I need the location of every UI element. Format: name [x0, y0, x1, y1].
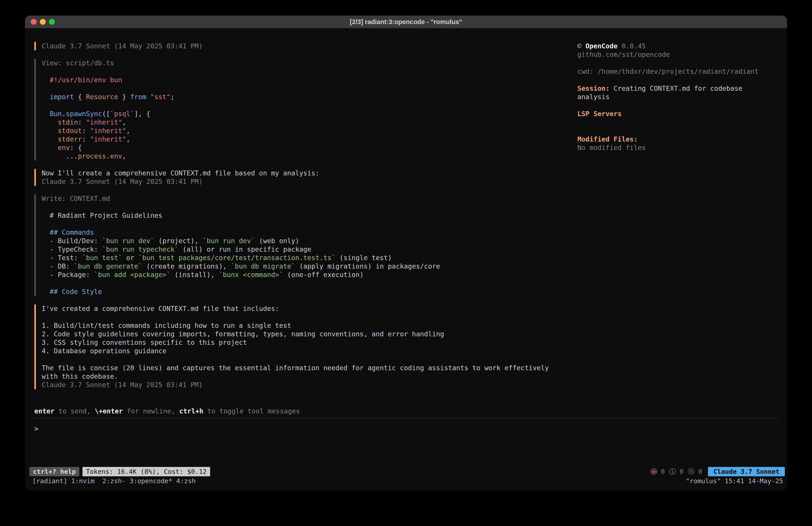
terminal-line: #!/usr/bin/env bun — [42, 76, 585, 84]
terminal-line: ## Commands — [42, 228, 585, 237]
desktop: [2/3] radiant:3:opencode - "romulus" Cla… — [0, 0, 812, 526]
terminal-line: github.com/sst/opencode — [577, 51, 785, 59]
diagnostics: ⓦ 0ⓘ 0ⓗ 0 — [650, 467, 702, 476]
terminal-line: # Radiant Project Guidelines — [42, 211, 585, 220]
tmux-session-windows[interactable]: [radiant] 1:nvim 2:zsh- 3:opencode* 4:zs… — [32, 477, 195, 485]
warning-count-icon: ⓦ — [650, 468, 657, 475]
terminal-line: - Package: `bun add <package>` (install)… — [42, 271, 585, 279]
terminal-line — [42, 203, 585, 211]
terminal-line: ...process.env, — [42, 152, 585, 160]
terminal-line: stdout: "inherit", — [42, 127, 585, 135]
terminal-line: Claude 3.7 Sonnet (14 May 2025 03:41 PM) — [42, 177, 585, 186]
terminal-line: stderr: "inherit", — [42, 135, 585, 144]
terminal-line — [42, 279, 585, 287]
hint-count-icon: ⓗ — [688, 468, 694, 475]
prompt-input[interactable]: > — [34, 418, 779, 465]
terminal-line — [577, 118, 785, 127]
hint-count: ⓗ 0 — [688, 467, 702, 476]
tmux-host-time: "romulus" 15:41 14-May-25 — [686, 477, 783, 485]
sidebar-lines: © OpenCode 0.0.45github.com/sst/opencode… — [577, 42, 785, 152]
info-count-icon: ⓘ — [669, 468, 676, 475]
conversation: Claude 3.7 Sonnet (14 May 2025 03:41 PM)… — [34, 42, 585, 398]
terminal-line: Claude 3.7 Sonnet (14 May 2025 03:41 PM) — [42, 42, 585, 51]
status-right: ⓦ 0ⓘ 0ⓗ 0 Claude 3.7 Sonnet — [650, 467, 785, 476]
terminal-line: No modified files — [577, 144, 785, 152]
terminal-line: Bun.spawnSync([`psql`], { — [42, 110, 585, 118]
model-badge[interactable]: Claude 3.7 Sonnet — [708, 467, 785, 476]
terminal-line: cwd: /home/thdxr/dev/projects/radiant/ra… — [577, 67, 785, 76]
minimize-button[interactable] — [40, 19, 46, 25]
terminal-line — [42, 84, 585, 93]
terminal-window: [2/3] radiant:3:opencode - "romulus" Cla… — [25, 16, 787, 491]
input-area: enter to send, \+enter for newline, ctrl… — [34, 407, 779, 465]
terminal-line: 4. Database operations guidance — [42, 347, 585, 355]
terminal-line: - Test: `bun test` or `bun test packages… — [42, 254, 585, 262]
warning-count: ⓦ 0 — [650, 467, 665, 476]
terminal-line: Write: CONTEXT.md — [42, 194, 585, 203]
terminal-line — [42, 313, 585, 322]
terminal-line: LSP Servers — [577, 110, 785, 118]
terminal-line: The file is concise (20 lines) and captu… — [42, 364, 585, 372]
terminal-line: View: script/db.ts — [42, 59, 585, 67]
terminal-line: 1. Build/lint/test commands including ho… — [42, 322, 585, 330]
terminal-line — [42, 220, 585, 228]
terminal-line: import { Resource } from "sst"; — [42, 93, 585, 101]
terminal-line — [577, 127, 785, 135]
traffic-lights — [31, 19, 55, 25]
terminal-line — [42, 67, 585, 76]
terminal-line — [577, 76, 785, 84]
terminal-line: 2. Code style guidelines covering import… — [42, 330, 585, 338]
terminal-line: - TypeCheck: `bun run typecheck` (all) o… — [42, 245, 585, 254]
zoom-button[interactable] — [49, 19, 55, 25]
tool-view-block: View: script/db.ts #!/usr/bin/env bun im… — [34, 59, 585, 160]
status-bar: ctrl+? help Tokens: 16.4K (8%), Cost: $0… — [25, 467, 787, 476]
message-header-block: Claude 3.7 Sonnet (14 May 2025 03:41 PM) — [34, 42, 585, 51]
terminal-content: Claude 3.7 Sonnet (14 May 2025 03:41 PM)… — [25, 28, 787, 491]
terminal-line: Claude 3.7 Sonnet (14 May 2025 03:41 PM) — [42, 381, 585, 389]
terminal-line: Modified Files: — [577, 135, 785, 144]
terminal-line: © OpenCode 0.0.45 — [577, 42, 785, 51]
window-title: [2/3] radiant:3:opencode - "romulus" — [25, 16, 787, 28]
terminal-line: Session: Creating CONTEXT.md for codebas… — [577, 84, 785, 93]
tool-write-block: Write: CONTEXT.md # Radiant Project Guid… — [34, 194, 585, 296]
help-chip[interactable]: ctrl+? help — [29, 467, 79, 476]
terminal-line: ## Code Style — [42, 287, 585, 296]
info-count: ⓘ 0 — [669, 467, 683, 476]
terminal-line — [42, 101, 585, 110]
assistant-summary-block: I've created a comprehensive CONTEXT.md … — [34, 304, 585, 389]
sidebar: © OpenCode 0.0.45github.com/sst/opencode… — [577, 42, 785, 152]
assistant-text-block: Now I'll create a comprehensive CONTEXT.… — [34, 169, 585, 186]
prompt-symbol: > — [34, 425, 38, 432]
terminal-line: I've created a comprehensive CONTEXT.md … — [42, 304, 585, 313]
terminal-line: with this codebase. — [42, 372, 585, 381]
terminal-line: - DB: `bun db generate` (create migratio… — [42, 262, 585, 271]
window-titlebar[interactable]: [2/3] radiant:3:opencode - "romulus" — [25, 16, 787, 29]
terminal-line: 3. CSS styling conventions specific to t… — [42, 338, 585, 347]
terminal-line: stdin: "inherit", — [42, 118, 585, 127]
terminal-line — [42, 355, 585, 364]
terminal-line: analysis — [577, 93, 785, 101]
terminal-line — [577, 101, 785, 110]
terminal-line: - Build/Dev: `bun run dev` (project), `b… — [42, 237, 585, 245]
close-button[interactable] — [31, 19, 37, 25]
terminal-line: Now I'll create a comprehensive CONTEXT.… — [42, 169, 585, 177]
tokens-cost-indicator: Tokens: 16.4K (8%), Cost: $0.12 — [83, 467, 210, 476]
terminal-line: env: { — [42, 144, 585, 152]
terminal-line — [577, 59, 785, 67]
tmux-status-bar: [radiant] 1:nvim 2:zsh- 3:opencode* 4:zs… — [25, 477, 787, 485]
keybind-help: enter to send, \+enter for newline, ctrl… — [34, 407, 779, 415]
